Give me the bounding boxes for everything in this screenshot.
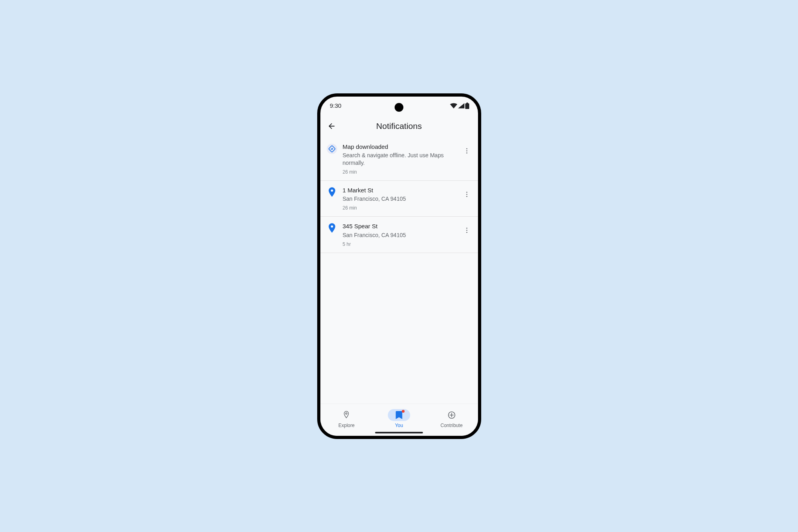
svg-point-5 [466, 150, 467, 151]
list-item[interactable]: 1 Market St San Francisco, CA 94105 26 m… [320, 181, 478, 217]
list-item[interactable]: Map downloaded Search & navigate offline… [320, 137, 478, 181]
list-item-title: Map downloaded [343, 143, 455, 151]
svg-rect-1 [466, 103, 468, 103]
svg-point-11 [331, 225, 333, 228]
notification-list: Map downloaded Search & navigate offline… [320, 137, 478, 403]
list-item[interactable]: 345 Spear St San Francisco, CA 94105 5 h… [320, 217, 478, 253]
list-item-title: 1 Market St [343, 186, 455, 194]
svg-point-4 [466, 148, 467, 149]
bottom-nav: Explore You Contribute [320, 403, 478, 436]
more-vert-icon [463, 191, 470, 198]
map-pin-icon [327, 187, 337, 198]
phone-frame: 9:30 Notifications Map downloaded [317, 93, 481, 439]
svg-point-13 [466, 230, 467, 231]
gesture-bar [375, 432, 423, 433]
more-vert-icon [463, 147, 470, 154]
list-item-body: 345 Spear St San Francisco, CA 94105 5 h… [343, 222, 455, 247]
arrow-back-icon [327, 122, 336, 131]
item-overflow-button[interactable] [460, 188, 473, 201]
app-bar: Notifications [320, 115, 478, 137]
wifi-icon [450, 103, 457, 109]
map-pin-icon [327, 223, 337, 233]
svg-point-9 [466, 194, 467, 195]
nav-contribute[interactable]: Contribute [425, 409, 478, 429]
nav-explore[interactable]: Explore [320, 409, 373, 429]
nav-you[interactable]: You [373, 409, 425, 429]
camera-cutout [395, 103, 403, 112]
list-item-subtitle: Search & navigate offline. Just use Maps… [343, 152, 455, 167]
svg-point-15 [346, 413, 347, 414]
list-item-title: 345 Spear St [343, 222, 455, 230]
directions-icon [327, 144, 337, 154]
bookmark-icon [395, 411, 403, 419]
svg-rect-0 [465, 103, 469, 109]
item-overflow-button[interactable] [460, 144, 473, 157]
nav-badge [402, 410, 405, 413]
svg-point-8 [466, 192, 467, 193]
list-item-time: 5 hr [343, 241, 455, 247]
item-overflow-button[interactable] [460, 224, 473, 237]
plus-circle-icon [447, 411, 456, 419]
page-title: Notifications [320, 121, 478, 131]
more-vert-icon [463, 227, 470, 234]
list-item-body: Map downloaded Search & navigate offline… [343, 143, 455, 175]
pin-outline-icon [342, 411, 350, 419]
status-icons [450, 103, 469, 109]
list-item-time: 26 min [343, 169, 455, 175]
back-button[interactable] [324, 118, 340, 134]
nav-label: Contribute [440, 423, 462, 428]
cell-signal-icon [458, 103, 464, 109]
list-item-body: 1 Market St San Francisco, CA 94105 26 m… [343, 186, 455, 211]
nav-label: Explore [338, 423, 355, 428]
list-item-subtitle: San Francisco, CA 94105 [343, 231, 455, 239]
status-time: 9:30 [330, 102, 342, 109]
svg-point-7 [331, 189, 333, 192]
svg-point-12 [466, 228, 467, 229]
svg-point-14 [466, 232, 467, 233]
nav-label: You [395, 423, 403, 428]
svg-point-10 [466, 196, 467, 197]
battery-icon [465, 103, 469, 109]
list-item-subtitle: San Francisco, CA 94105 [343, 195, 455, 203]
list-item-time: 26 min [343, 205, 455, 211]
svg-point-6 [466, 152, 467, 153]
